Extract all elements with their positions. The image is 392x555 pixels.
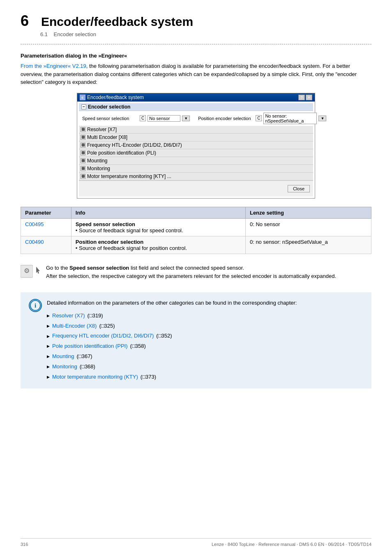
info-cell: Speed sensor selection• Source of feedba… bbox=[71, 218, 245, 236]
row-label: Multi Encoder [X8] bbox=[87, 134, 127, 140]
chapter-number: 6 bbox=[21, 12, 29, 30]
section-divider bbox=[21, 44, 371, 44]
info-list-item: Resolver (X7) (□319) bbox=[47, 311, 297, 321]
table-row: C00495 Speed sensor selection• Source of… bbox=[21, 218, 371, 236]
encoder-selection-label: Encoder selection bbox=[88, 104, 130, 110]
row-label: Mounting bbox=[87, 158, 107, 164]
expand-icon: ⊞ bbox=[81, 150, 85, 155]
page-footer: 316 Lenze · 8400 TopLine · Reference man… bbox=[21, 538, 371, 547]
lenze-cell: 0: no sensor: nSpeedSetValue_a bbox=[245, 236, 371, 254]
position-dropdown-arrow[interactable]: ▼ bbox=[318, 116, 326, 121]
speed-sensor-control[interactable]: C No sensor ▼ bbox=[140, 115, 190, 122]
info-intro: Detailed information on the parameters o… bbox=[47, 299, 297, 308]
dialog-close-btn[interactable]: × bbox=[306, 95, 312, 100]
sensor-form-row: Speed sensor selection C No sensor ▼ Pos… bbox=[79, 111, 313, 126]
info-link[interactable]: Mounting bbox=[52, 352, 74, 361]
info-link[interactable]: Frequency HTL encoder (DI1/DI2, DI6/DI7) bbox=[52, 332, 154, 340]
expand-icon: ⊞ bbox=[81, 158, 85, 163]
dialog-title: Encoder/feedback system bbox=[87, 95, 144, 100]
expand-icon: ⊞ bbox=[81, 174, 85, 179]
info-list-item: Monitoring (□368) bbox=[47, 362, 297, 372]
intro-text: From the »Engineer« V2.19, the following… bbox=[21, 62, 371, 86]
page-ref: (□352) bbox=[156, 332, 172, 340]
dialog-collapsed-row[interactable]: ⊞Mounting bbox=[79, 157, 313, 165]
page-ref: (□319) bbox=[87, 312, 103, 320]
info-link[interactable]: Resolver (X7) bbox=[52, 312, 85, 320]
svg-text:i: i bbox=[35, 302, 36, 309]
info-content: Detailed information on the parameters o… bbox=[47, 299, 297, 382]
info-list-item: Pole position identification (PPI) (□358… bbox=[47, 341, 297, 352]
dialog-collapsed-row[interactable]: ⊞Pole position identification (PLI) bbox=[79, 149, 313, 157]
collapse-icon: − bbox=[81, 104, 86, 109]
speed-prefix: C bbox=[140, 115, 146, 121]
dialog-collapsed-row[interactable]: ⊞Monitoring bbox=[79, 165, 313, 173]
dialog-help-btn[interactable]: ? bbox=[298, 95, 305, 100]
info-list-item: Motor temperature monitoring (KTY) (□373… bbox=[47, 372, 297, 382]
instruction-icons: ⚙ bbox=[21, 264, 41, 279]
dialog-icon: E bbox=[80, 95, 85, 100]
info-link[interactable]: Monitoring bbox=[52, 363, 77, 371]
engineer-link[interactable]: From the »Engineer« V2.19 bbox=[21, 63, 86, 69]
page-ref: (□367) bbox=[76, 352, 92, 361]
dialog-titlebar: E Encoder/feedback system ? × bbox=[77, 93, 315, 102]
position-encoder-label: Position encoder selection bbox=[198, 116, 251, 121]
table-header-parameter: Parameter bbox=[21, 207, 71, 218]
dialog-window: E Encoder/feedback system ? × − Encoder … bbox=[77, 93, 315, 199]
info-cell: Position encoder selection• Source of fe… bbox=[71, 236, 245, 254]
table-header-info: Info bbox=[71, 207, 245, 218]
param-cell[interactable]: C00495 bbox=[21, 218, 71, 236]
parameter-table: Parameter Info Lenze setting C00495 Spee… bbox=[21, 207, 371, 254]
encoder-selection-section[interactable]: − Encoder selection bbox=[79, 103, 313, 111]
row-label: Frequency HTL-Encoder (DI1/DI2, DI6/DI7) bbox=[87, 142, 182, 148]
page-number: 316 bbox=[21, 542, 28, 547]
speed-dropdown-arrow[interactable]: ▼ bbox=[182, 116, 190, 121]
svg-text:⚙: ⚙ bbox=[24, 267, 30, 274]
info-link[interactable]: Multi-Encoder (X8) bbox=[52, 322, 97, 331]
section-title: 6.1 Encoder selection bbox=[40, 31, 371, 37]
row-label: Monitoring bbox=[87, 166, 110, 171]
expand-icon: ⊞ bbox=[81, 166, 85, 171]
expand-icon: ⊞ bbox=[81, 135, 85, 140]
info-list: Resolver (X7) (□319)Multi-Encoder (X8) (… bbox=[47, 311, 297, 382]
page-ref: (□368) bbox=[80, 363, 95, 371]
dialog-rows: ⊞Resolver [X7]⊞Multi Encoder [X8]⊞Freque… bbox=[79, 126, 313, 180]
chapter-title: Encoder/feedback system bbox=[41, 15, 193, 29]
lenze-cell: 0: No sensor bbox=[245, 218, 371, 236]
dialog-collapsed-row[interactable]: ⊞Frequency HTL-Encoder (DI1/DI2, DI6/DI7… bbox=[79, 141, 313, 149]
row-label: Motor temperature monitoring [KTY] ... bbox=[87, 173, 171, 179]
table-row: C00490 Position encoder selection• Sourc… bbox=[21, 236, 371, 254]
info-icon: i bbox=[29, 299, 42, 312]
info-link[interactable]: Motor temperature monitoring (KTY) bbox=[52, 373, 138, 382]
info-list-item: Frequency HTL encoder (DI1/DI2, DI6/DI7)… bbox=[47, 331, 297, 341]
row-label: Resolver [X7] bbox=[87, 127, 117, 132]
page-ref: (□373) bbox=[141, 373, 156, 382]
expand-icon: ⊞ bbox=[81, 143, 85, 148]
footer-text: Lenze · 8400 TopLine · Reference manual … bbox=[212, 542, 371, 547]
dialog-collapsed-row[interactable]: ⊞Resolver [X7] bbox=[79, 126, 313, 134]
dialog-close-button[interactable]: Close bbox=[288, 185, 310, 192]
speed-select[interactable]: No sensor bbox=[148, 115, 180, 122]
expand-icon: ⊞ bbox=[81, 127, 85, 132]
dialog-collapsed-row[interactable]: ⊞Multi Encoder [X8] bbox=[79, 134, 313, 141]
position-prefix: C bbox=[256, 115, 262, 121]
gear-icon: ⚙ bbox=[21, 264, 33, 278]
position-encoder-control[interactable]: C No sensor: nSpeedSetValue_a ▼ bbox=[256, 113, 326, 124]
instruction-text: Go to the Speed sensor selection list fi… bbox=[46, 264, 336, 281]
param-cell[interactable]: C00490 bbox=[21, 236, 71, 254]
table-header-lenze: Lenze setting bbox=[245, 207, 371, 218]
dialog-collapsed-row[interactable]: ⊞Motor temperature monitoring [KTY] ... bbox=[79, 173, 313, 180]
page-ref: (□358) bbox=[130, 342, 146, 351]
instruction-box: ⚙ Go to the Speed sensor selection list … bbox=[21, 262, 371, 283]
page-ref: (□325) bbox=[99, 322, 115, 331]
info-box: i Detailed information on the parameters… bbox=[21, 292, 371, 388]
info-link[interactable]: Pole position identification (PPI) bbox=[52, 342, 128, 351]
info-list-item: Mounting (□367) bbox=[47, 352, 297, 362]
svg-text:E: E bbox=[81, 96, 84, 99]
speed-sensor-label: Speed sensor selection bbox=[82, 116, 136, 121]
info-list-item: Multi-Encoder (X8) (□325) bbox=[47, 321, 297, 331]
parameterisation-title: Parameterisation dialog in the »Engineer… bbox=[21, 53, 371, 59]
row-label: Pole position identification (PLI) bbox=[87, 150, 156, 156]
position-select[interactable]: No sensor: nSpeedSetValue_a bbox=[263, 113, 317, 124]
pointer-icon bbox=[35, 266, 41, 277]
